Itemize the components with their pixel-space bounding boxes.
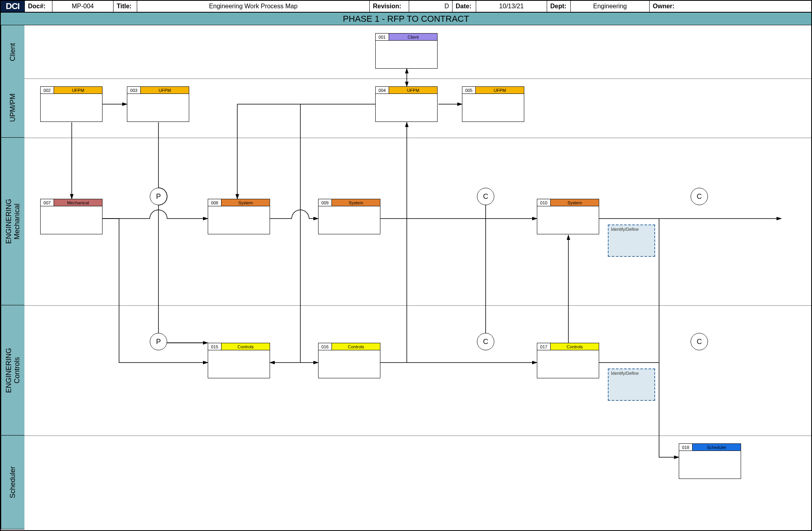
box-016: 016Controls — [318, 343, 380, 378]
dept-value: Engineering — [570, 1, 649, 12]
phase-bar: PHASE 1 - RFP TO CONTRACT — [1, 13, 811, 25]
box-009: 009System — [318, 199, 380, 234]
connector-c1: C — [477, 188, 494, 205]
docnum-value: MP-004 — [52, 1, 113, 12]
lane-labels: Client UPM/PM ENGINERING Mechanical ENGI… — [1, 25, 24, 529]
connector-p2: P — [150, 333, 167, 350]
page-container: DCI Doc#: MP-004 Title: Engineering Work… — [0, 0, 812, 531]
header-row: DCI Doc#: MP-004 Title: Engineering Work… — [1, 1, 811, 13]
diagram-area: 001Client 002UFPM 003UFPM 004UFPM 005UFP… — [24, 25, 811, 529]
rev-label: Revision: — [369, 1, 409, 12]
lane-mech: ENGINERING Mechanical — [1, 138, 24, 305]
connector-c3: C — [691, 188, 708, 205]
box-004: 004UFPM — [375, 86, 438, 122]
box-015: 015Controls — [208, 343, 270, 378]
docnum-label: Doc#: — [24, 1, 52, 12]
lane-sched: Scheduler — [1, 436, 24, 529]
note-1: Identify/Define — [608, 224, 655, 257]
swimlanes: Client UPM/PM ENGINERING Mechanical ENGI… — [1, 25, 811, 529]
box-003: 003UFPM — [127, 86, 189, 122]
connector-p1: P — [150, 188, 167, 205]
owner-label: Owner: — [649, 1, 811, 12]
box-005: 005UFPM — [462, 86, 524, 122]
note-2: Identify/Define — [608, 368, 655, 401]
rev-value: D — [409, 1, 452, 12]
date-label: Date: — [452, 1, 476, 12]
box-010: 010System — [537, 199, 599, 234]
box-001: 001Client — [375, 33, 438, 69]
title-label: Title: — [113, 1, 137, 12]
box-008: 008System — [208, 199, 270, 234]
logo: DCI — [1, 1, 24, 12]
lane-upm: UPM/PM — [1, 79, 24, 138]
lane-controls: ENGINERING Controls — [1, 305, 24, 436]
box-017: 017Controls — [537, 343, 599, 378]
date-value: 10/13/21 — [476, 1, 547, 12]
lane-client: Client — [1, 25, 24, 79]
title-value: Engineering Work Process Map — [137, 1, 369, 12]
box-007: 007Mechanical — [40, 199, 102, 234]
connector-c4: C — [691, 333, 708, 350]
box-002: 002UFPM — [40, 86, 102, 122]
dept-label: Dept: — [547, 1, 570, 12]
box-018: 018Scheduler — [679, 443, 741, 479]
connector-c2: C — [477, 333, 494, 350]
